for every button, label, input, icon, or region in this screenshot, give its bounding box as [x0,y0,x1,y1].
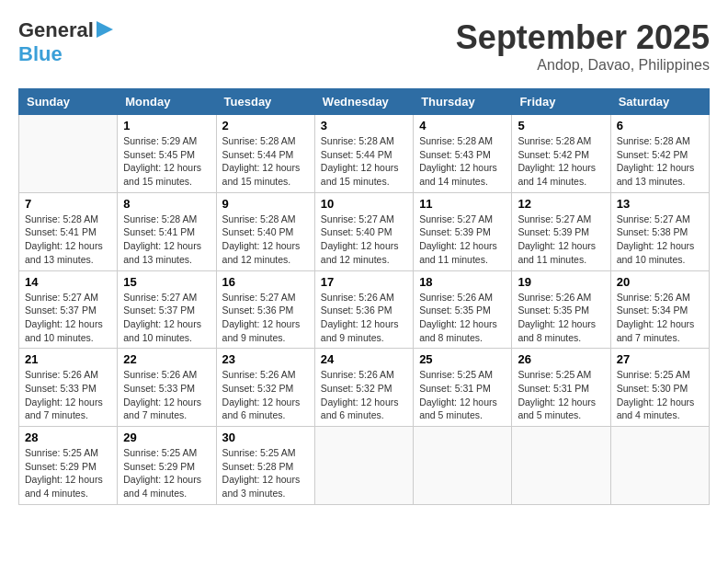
day-info: Sunrise: 5:28 AM Sunset: 5:44 PM Dayligh… [321,134,407,189]
day-number: 19 [518,275,604,289]
day-info: Sunrise: 5:26 AM Sunset: 5:32 PM Dayligh… [321,368,407,422]
table-row: 27 Sunrise: 5:25 AM Sunset: 5:30 PM Dayl… [610,349,709,427]
day-info: Sunrise: 5:26 AM Sunset: 5:35 PM Dayligh… [419,291,506,345]
day-info: Sunrise: 5:25 AM Sunset: 5:31 PM Dayligh… [419,368,506,422]
page-header: General Blue September 2025 Andop, Davao… [18,18,710,74]
day-number: 7 [25,197,111,211]
day-number: 22 [123,352,210,366]
day-info: Sunrise: 5:27 AM Sunset: 5:38 PM Dayligh… [617,213,703,267]
calendar-week-row: 28 Sunrise: 5:25 AM Sunset: 5:29 PM Dayl… [19,427,710,505]
day-number: 20 [617,275,703,289]
location: Andop, Davao, Philippines [456,57,710,74]
col-wednesday: Wednesday [314,89,413,115]
table-row: 1 Sunrise: 5:29 AM Sunset: 5:45 PM Dayli… [118,115,216,193]
day-number: 9 [222,197,309,211]
table-row: 22 Sunrise: 5:26 AM Sunset: 5:33 PM Dayl… [118,349,216,427]
table-row: 18 Sunrise: 5:26 AM Sunset: 5:35 PM Dayl… [414,270,512,349]
day-number: 6 [617,119,703,132]
table-row: 6 Sunrise: 5:28 AM Sunset: 5:42 PM Dayli… [610,115,709,193]
logo-general: General [18,18,94,42]
day-info: Sunrise: 5:29 AM Sunset: 5:45 PM Dayligh… [123,134,210,189]
day-number: 11 [419,197,506,211]
col-tuesday: Tuesday [216,89,314,115]
table-row: 24 Sunrise: 5:26 AM Sunset: 5:32 PM Dayl… [314,349,413,427]
calendar-week-row: 1 Sunrise: 5:29 AM Sunset: 5:45 PM Dayli… [19,115,710,193]
day-info: Sunrise: 5:27 AM Sunset: 5:37 PM Dayligh… [25,291,111,345]
table-row: 26 Sunrise: 5:25 AM Sunset: 5:31 PM Dayl… [512,349,610,427]
day-number: 8 [123,197,210,211]
svg-marker-0 [97,21,113,38]
day-number: 10 [321,197,407,211]
calendar-table: Sunday Monday Tuesday Wednesday Thursday… [18,88,710,505]
logo-blue: Blue [18,42,63,65]
table-row [314,427,413,505]
day-info: Sunrise: 5:26 AM Sunset: 5:33 PM Dayligh… [25,368,111,422]
day-info: Sunrise: 5:26 AM Sunset: 5:36 PM Dayligh… [321,291,407,345]
day-info: Sunrise: 5:25 AM Sunset: 5:29 PM Dayligh… [123,446,210,500]
logo: General Blue [18,18,113,66]
day-info: Sunrise: 5:26 AM Sunset: 5:32 PM Dayligh… [222,368,309,422]
table-row: 16 Sunrise: 5:27 AM Sunset: 5:36 PM Dayl… [216,270,314,349]
day-number: 1 [123,119,210,132]
day-number: 27 [617,352,703,366]
month-title: September 2025 [456,18,710,57]
day-info: Sunrise: 5:25 AM Sunset: 5:31 PM Dayligh… [518,368,604,422]
table-row: 12 Sunrise: 5:27 AM Sunset: 5:39 PM Dayl… [512,192,610,270]
table-row [610,427,709,505]
day-number: 3 [321,119,407,132]
day-info: Sunrise: 5:28 AM Sunset: 5:43 PM Dayligh… [419,134,506,189]
col-thursday: Thursday [414,89,512,115]
day-number: 30 [222,431,309,444]
day-number: 12 [518,197,604,211]
day-info: Sunrise: 5:26 AM Sunset: 5:35 PM Dayligh… [518,291,604,345]
day-info: Sunrise: 5:25 AM Sunset: 5:28 PM Dayligh… [222,446,309,500]
calendar-header-row: Sunday Monday Tuesday Wednesday Thursday… [19,89,710,115]
day-number: 18 [419,275,506,289]
day-number: 29 [123,431,210,444]
day-info: Sunrise: 5:27 AM Sunset: 5:39 PM Dayligh… [518,213,604,267]
table-row: 23 Sunrise: 5:26 AM Sunset: 5:32 PM Dayl… [216,349,314,427]
logo-arrow-icon [97,21,113,41]
day-number: 16 [222,275,309,289]
day-number: 13 [617,197,703,211]
day-info: Sunrise: 5:28 AM Sunset: 5:42 PM Dayligh… [518,134,604,189]
table-row: 25 Sunrise: 5:25 AM Sunset: 5:31 PM Dayl… [414,349,512,427]
title-block: September 2025 Andop, Davao, Philippines [456,18,710,74]
day-number: 14 [25,275,111,289]
day-number: 23 [222,352,309,366]
calendar-week-row: 14 Sunrise: 5:27 AM Sunset: 5:37 PM Dayl… [19,270,710,349]
col-monday: Monday [118,89,216,115]
table-row: 13 Sunrise: 5:27 AM Sunset: 5:38 PM Dayl… [610,192,709,270]
day-number: 5 [518,119,604,132]
table-row: 7 Sunrise: 5:28 AM Sunset: 5:41 PM Dayli… [19,192,118,270]
col-sunday: Sunday [19,89,118,115]
table-row: 17 Sunrise: 5:26 AM Sunset: 5:36 PM Dayl… [314,270,413,349]
day-info: Sunrise: 5:26 AM Sunset: 5:34 PM Dayligh… [617,291,703,345]
table-row: 5 Sunrise: 5:28 AM Sunset: 5:42 PM Dayli… [512,115,610,193]
table-row [19,115,118,193]
day-number: 24 [321,352,407,366]
table-row: 19 Sunrise: 5:26 AM Sunset: 5:35 PM Dayl… [512,270,610,349]
day-info: Sunrise: 5:25 AM Sunset: 5:30 PM Dayligh… [617,368,703,422]
table-row: 14 Sunrise: 5:27 AM Sunset: 5:37 PM Dayl… [19,270,118,349]
day-info: Sunrise: 5:26 AM Sunset: 5:33 PM Dayligh… [123,368,210,422]
table-row: 11 Sunrise: 5:27 AM Sunset: 5:39 PM Dayl… [414,192,512,270]
day-info: Sunrise: 5:28 AM Sunset: 5:40 PM Dayligh… [222,213,309,267]
day-number: 28 [25,431,111,444]
table-row: 3 Sunrise: 5:28 AM Sunset: 5:44 PM Dayli… [314,115,413,193]
table-row: 9 Sunrise: 5:28 AM Sunset: 5:40 PM Dayli… [216,192,314,270]
table-row: 2 Sunrise: 5:28 AM Sunset: 5:44 PM Dayli… [216,115,314,193]
day-info: Sunrise: 5:27 AM Sunset: 5:40 PM Dayligh… [321,213,407,267]
day-number: 21 [25,352,111,366]
table-row: 15 Sunrise: 5:27 AM Sunset: 5:37 PM Dayl… [118,270,216,349]
table-row: 8 Sunrise: 5:28 AM Sunset: 5:41 PM Dayli… [118,192,216,270]
table-row: 28 Sunrise: 5:25 AM Sunset: 5:29 PM Dayl… [19,427,118,505]
table-row: 4 Sunrise: 5:28 AM Sunset: 5:43 PM Dayli… [414,115,512,193]
day-number: 26 [518,352,604,366]
day-info: Sunrise: 5:28 AM Sunset: 5:41 PM Dayligh… [25,213,111,267]
table-row [414,427,512,505]
table-row: 29 Sunrise: 5:25 AM Sunset: 5:29 PM Dayl… [118,427,216,505]
day-info: Sunrise: 5:27 AM Sunset: 5:36 PM Dayligh… [222,291,309,345]
table-row: 30 Sunrise: 5:25 AM Sunset: 5:28 PM Dayl… [216,427,314,505]
day-info: Sunrise: 5:27 AM Sunset: 5:37 PM Dayligh… [123,291,210,345]
